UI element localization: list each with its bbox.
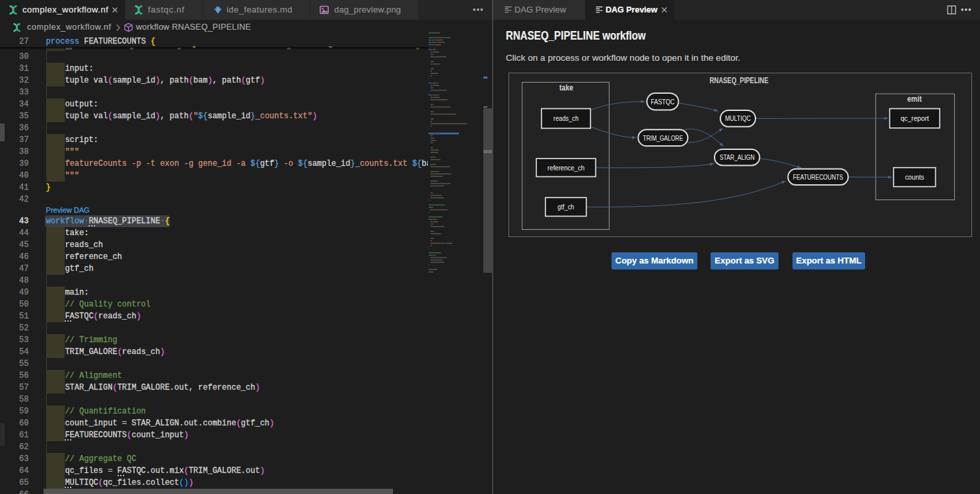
- svg-text:take: take: [559, 83, 573, 92]
- svg-text:STAR_ALIGN: STAR_ALIGN: [720, 153, 755, 161]
- svg-text:FEATURECOUNTS: FEATURECOUNTS: [793, 173, 843, 181]
- svg-text:qc_report: qc_report: [901, 114, 930, 122]
- svg-text:RNASEQ_PIPELINE: RNASEQ_PIPELINE: [710, 76, 769, 85]
- svg-text:counts: counts: [905, 173, 924, 181]
- svg-text:gtf_ch: gtf_ch: [557, 203, 574, 211]
- svg-text:FASTQC: FASTQC: [651, 98, 675, 106]
- svg-text:MULTIQC: MULTIQC: [725, 114, 751, 122]
- svg-text:emit: emit: [907, 94, 922, 104]
- svg-text:TRIM_GALORE: TRIM_GALORE: [643, 134, 683, 142]
- svg-text:reads_ch: reads_ch: [553, 114, 578, 122]
- svg-text:reference_ch: reference_ch: [547, 164, 584, 172]
